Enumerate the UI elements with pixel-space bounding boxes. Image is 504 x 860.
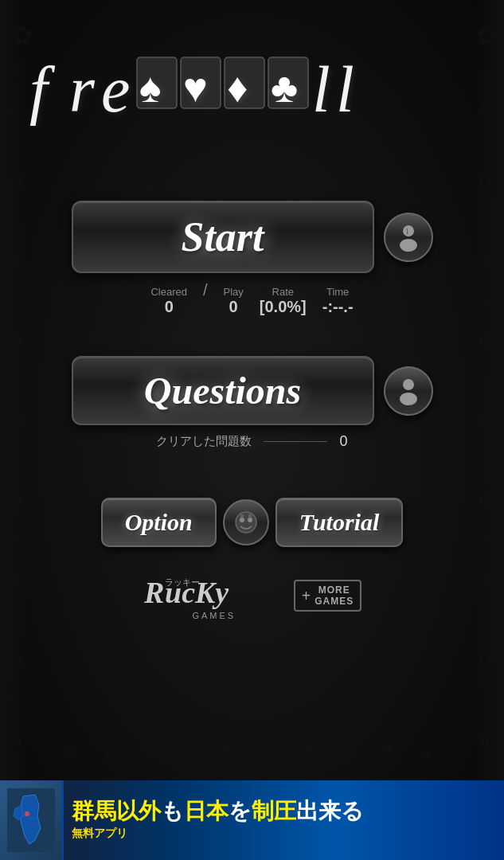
ad-text-dekiru: 出来る bbox=[296, 799, 364, 823]
option-tutorial-row: Option Tutorial bbox=[101, 498, 404, 547]
more-games-text-line1: MORE bbox=[318, 584, 350, 596]
questions-button[interactable]: Questions bbox=[72, 356, 374, 425]
cleared-line bbox=[264, 441, 327, 442]
svg-text:R: R bbox=[143, 576, 164, 609]
cleared-problems-row: クリアした問題数 0 bbox=[156, 433, 347, 450]
cleared-problems-label: クリアした問題数 bbox=[156, 434, 252, 449]
more-games-text-line2: GAMES bbox=[315, 596, 354, 607]
rate-label: Rate bbox=[272, 286, 294, 298]
ad-text-suppress: 制圧 bbox=[252, 799, 296, 823]
ad-text-japan: 日本 bbox=[184, 799, 229, 823]
questions-btn-row: Questions bbox=[72, 356, 433, 425]
svg-text:♠: ♠ bbox=[139, 65, 163, 111]
ad-main-text: 群馬以外も日本を制圧出来る bbox=[72, 799, 364, 824]
option-button-label: Option bbox=[125, 509, 193, 535]
svg-point-62 bbox=[400, 239, 417, 252]
ad-text-also: も bbox=[161, 799, 184, 823]
rate-stat: Rate [0.0%] bbox=[260, 286, 307, 316]
cleared-label: Cleared bbox=[150, 286, 187, 298]
rate-value: [0.0%] bbox=[260, 298, 307, 316]
start-button-label: Start bbox=[181, 214, 264, 260]
questions-section: Questions クリアした問題数 0 bbox=[0, 356, 504, 450]
svg-point-77 bbox=[25, 811, 29, 816]
lucky-logo-svg: R ラッキー ucKy bbox=[143, 571, 286, 611]
mask-icon bbox=[232, 509, 260, 536]
svg-text:1: 1 bbox=[405, 227, 409, 236]
more-games-plus-icon: + bbox=[302, 587, 311, 605]
svg-point-66 bbox=[236, 512, 256, 533]
start-btn-row: Start 1 bbox=[72, 201, 433, 273]
svg-text:e: e bbox=[101, 53, 131, 126]
svg-text:f: f bbox=[29, 53, 56, 126]
title-svg: f r e ♠ ♥ ♦ ♣ l l bbox=[21, 48, 483, 127]
start-section: Start 1 Cleared 0 / Play 0 Rate bbox=[0, 201, 504, 316]
start-round-icon[interactable]: 1 bbox=[384, 213, 433, 262]
cleared-stat: Cleared 0 bbox=[150, 286, 187, 316]
play-value: 0 bbox=[229, 298, 238, 316]
japan-map-icon bbox=[7, 788, 55, 852]
person-icon-2 bbox=[394, 377, 423, 405]
svg-text:l: l bbox=[312, 53, 332, 126]
svg-point-69 bbox=[240, 514, 244, 518]
cleared-value: 0 bbox=[165, 298, 174, 316]
ad-banner[interactable]: 群馬以外も日本を制圧出来る 無料アプリ bbox=[0, 780, 504, 860]
svg-point-70 bbox=[248, 514, 252, 518]
option-button[interactable]: Option bbox=[101, 498, 217, 547]
lucky-games-sub: GAMES bbox=[192, 611, 236, 620]
svg-point-67 bbox=[240, 518, 244, 522]
tutorial-button[interactable]: Tutorial bbox=[275, 498, 404, 547]
person-icon: 1 bbox=[394, 223, 423, 252]
start-button[interactable]: Start bbox=[72, 201, 374, 273]
game-title: f r e ♠ ♥ ♦ ♣ l l bbox=[0, 48, 504, 137]
svg-text:l: l bbox=[336, 53, 356, 126]
time-stat: Time -:--.- bbox=[322, 286, 354, 316]
svg-point-64 bbox=[403, 379, 414, 390]
svg-text:♦: ♦ bbox=[227, 65, 250, 111]
play-stat: Play 0 bbox=[224, 286, 244, 316]
time-value: -:--.- bbox=[322, 298, 354, 316]
ad-text-gunma: 群馬以外 bbox=[72, 799, 161, 823]
stats-row: Cleared 0 / Play 0 Rate [0.0%] Time -:--… bbox=[150, 281, 353, 316]
svg-text:♣: ♣ bbox=[271, 65, 299, 111]
svg-text:r: r bbox=[69, 53, 96, 126]
questions-button-label: Questions bbox=[144, 369, 301, 412]
svg-point-65 bbox=[400, 393, 417, 405]
svg-point-68 bbox=[248, 518, 252, 522]
play-label: Play bbox=[224, 286, 244, 298]
center-icon-button[interactable] bbox=[223, 499, 269, 545]
ad-sub-text: 無料アプリ bbox=[72, 827, 127, 841]
stat-slash: / bbox=[203, 281, 208, 299]
svg-text:ucKy: ucKy bbox=[165, 576, 229, 609]
lucky-games-area: R ラッキー ucKy GAMES + MORE GAMES bbox=[143, 571, 361, 620]
tutorial-button-label: Tutorial bbox=[299, 509, 380, 535]
title-area: f r e ♠ ♥ ♦ ♣ l l bbox=[0, 48, 504, 137]
lucky-games-logo: R ラッキー ucKy GAMES bbox=[143, 571, 286, 620]
ad-text-area: 群馬以外も日本を制圧出来る 無料アプリ bbox=[64, 796, 504, 845]
ad-text-wo: を bbox=[229, 799, 252, 823]
more-games-box[interactable]: + MORE GAMES bbox=[294, 580, 361, 612]
svg-text:♥: ♥ bbox=[183, 65, 209, 111]
questions-round-icon[interactable] bbox=[384, 366, 433, 416]
time-label: Time bbox=[326, 286, 349, 298]
cleared-problems-count: 0 bbox=[339, 433, 347, 450]
ad-map-icon bbox=[0, 780, 64, 860]
